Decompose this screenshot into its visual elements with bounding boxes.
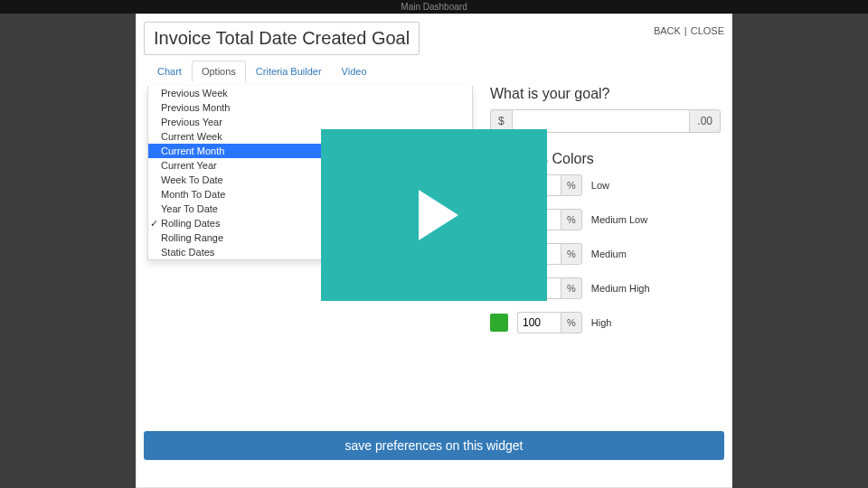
pct-unit: % — [561, 209, 582, 230]
widget-title[interactable]: Invoice Total Date Created Goal — [144, 22, 420, 55]
top-bar: Main Dashboard — [0, 0, 868, 14]
goal-question: What is your goal? — [490, 86, 721, 102]
top-bar-title: Main Dashboard — [401, 2, 467, 12]
play-icon — [419, 190, 458, 240]
progress-label: Medium Low — [591, 214, 647, 225]
pct-group: % — [517, 312, 582, 333]
back-link[interactable]: BACK — [654, 25, 681, 36]
video-play-overlay[interactable] — [321, 129, 547, 301]
progress-row-high: % High — [490, 312, 721, 333]
pct-input[interactable] — [517, 312, 561, 333]
tab-options[interactable]: Options — [192, 61, 246, 82]
close-link[interactable]: CLOSE — [691, 25, 724, 36]
progress-label: Low — [591, 180, 609, 191]
pct-unit: % — [561, 174, 582, 196]
progress-label: High — [591, 317, 612, 328]
pct-unit: % — [561, 312, 582, 333]
save-button[interactable]: save preferences on this widget — [144, 431, 724, 460]
cents-suffix: .00 — [689, 109, 721, 133]
header-actions: BACK | CLOSE — [654, 22, 724, 36]
dropdown-item[interactable]: Previous Year — [148, 115, 472, 129]
dropdown-item[interactable]: Previous Month — [148, 100, 472, 115]
tabs: Chart Options Criteria Builder Video — [147, 61, 724, 82]
tab-criteria-builder[interactable]: Criteria Builder — [246, 61, 332, 82]
modal-header: Invoice Total Date Created Goal BACK | C… — [144, 22, 724, 55]
progress-label: Medium — [591, 249, 627, 259]
dropdown-item[interactable]: Previous Week — [148, 86, 472, 100]
color-swatch[interactable] — [490, 314, 508, 332]
tab-video[interactable]: Video — [332, 61, 377, 82]
tab-chart[interactable]: Chart — [147, 61, 192, 82]
pct-unit: % — [561, 243, 582, 265]
progress-label: Medium High — [591, 283, 650, 294]
pct-unit: % — [561, 277, 582, 299]
